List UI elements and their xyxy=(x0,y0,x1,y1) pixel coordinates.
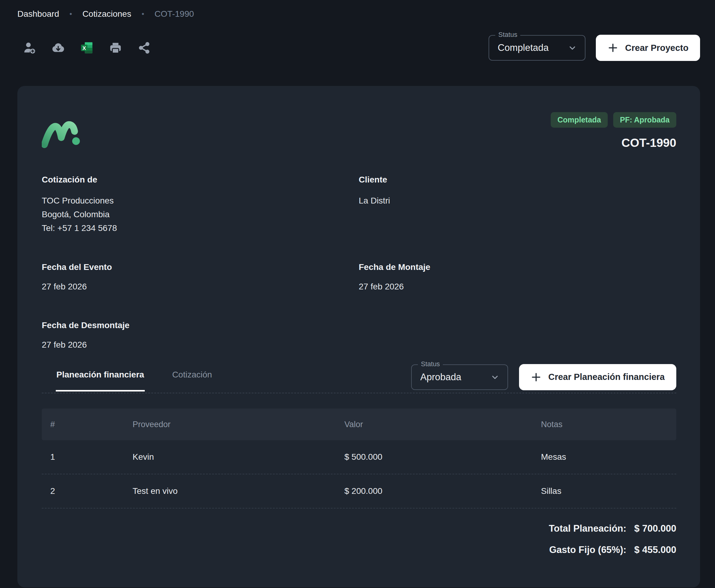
tab-cotizacion[interactable]: Cotización xyxy=(171,362,213,392)
tabs: Planeación financiera Cotización xyxy=(56,362,213,392)
excel-icon: X xyxy=(80,41,94,55)
create-project-label: Crear Proyecto xyxy=(625,43,689,53)
status-badge-completada: Completada xyxy=(551,112,608,128)
col-header-num: # xyxy=(50,420,132,429)
financial-table: # Proveedor Valor Notas 1 Kevin $ 500.00… xyxy=(42,408,676,508)
chevron-down-icon xyxy=(490,373,499,382)
table-row[interactable]: 1 Kevin $ 500.000 Mesas xyxy=(42,440,676,474)
chevron-down-icon xyxy=(568,43,577,52)
gasto-fijo: Gasto Fijo (65%):$ 455.000 xyxy=(549,544,676,555)
tabs-row: Planeación financiera Cotización Status … xyxy=(42,362,676,392)
col-header-notas: Notas xyxy=(541,420,676,429)
status-select-value: Completada xyxy=(498,42,549,53)
pf-controls: Status Aprobada Crear Planeación financi… xyxy=(411,364,676,390)
quote-code: COT-1990 xyxy=(621,136,676,150)
quote-from-block: Cotización de TOC Producciones Bogotá, C… xyxy=(42,175,359,235)
share-button[interactable] xyxy=(136,40,152,56)
breadcrumb-separator-icon: • xyxy=(69,10,72,18)
event-date-block: Fecha del Evento 27 feb 2026 xyxy=(42,262,359,292)
doc-meta: Completada PF: Aprobada COT-1990 xyxy=(551,112,676,150)
card-top: Completada PF: Aprobada COT-1990 xyxy=(42,112,676,150)
row-valor: $ 500.000 xyxy=(344,452,541,462)
quote-from-city: Bogotá, Colombia xyxy=(42,208,359,221)
setup-date-value: 27 feb 2026 xyxy=(359,282,676,292)
tab-planeacion-financiera[interactable]: Planeación financiera xyxy=(56,362,145,392)
page-header: Dashboard • Cotizaciones • COT-1990 xyxy=(0,0,715,61)
row-proveedor: Kevin xyxy=(132,452,344,462)
quote-from-phone: Tel: +57 1 234 5678 xyxy=(42,221,359,235)
breadcrumb-cotizaciones[interactable]: Cotizaciones xyxy=(82,9,131,19)
quote-status-select[interactable]: Status Completada xyxy=(489,35,586,61)
total-planeacion-value: $ 700.000 xyxy=(634,523,676,534)
pf-status-value: Aprobada xyxy=(420,372,461,383)
pf-status-select[interactable]: Status Aprobada xyxy=(411,364,508,390)
row-num: 1 xyxy=(50,452,132,462)
total-planeacion-label: Total Planeación: xyxy=(549,523,626,534)
svg-text:X: X xyxy=(83,45,86,51)
quote-card: Completada PF: Aprobada COT-1990 Cotizac… xyxy=(17,86,700,587)
add-user-button[interactable] xyxy=(22,40,38,56)
download-button[interactable] xyxy=(50,40,66,56)
row-num: 2 xyxy=(50,486,132,496)
gasto-fijo-value: $ 455.000 xyxy=(634,544,676,555)
add-user-icon xyxy=(23,41,37,55)
tabs-divider xyxy=(42,393,676,393)
event-date-value: 27 feb 2026 xyxy=(42,282,359,292)
toolbar-icons: X xyxy=(22,40,152,56)
row-proveedor: Test en vivo xyxy=(132,486,344,496)
row-valor: $ 200.000 xyxy=(344,486,541,496)
pf-status-label: Status xyxy=(418,360,443,368)
col-header-proveedor: Proveedor xyxy=(132,420,344,429)
create-pf-label: Crear Planeación financiera xyxy=(548,372,665,382)
client-title: Cliente xyxy=(359,175,676,185)
status-badge-pf-aprobada: PF: Aprobada xyxy=(613,112,676,128)
plus-icon xyxy=(531,372,542,383)
teardown-date-block: Fecha de Desmontaje 27 feb 2026 xyxy=(42,320,359,350)
client-block: Cliente La Distri xyxy=(359,175,676,235)
quote-from-title: Cotización de xyxy=(42,175,359,185)
create-pf-button[interactable]: Crear Planeación financiera xyxy=(519,364,676,390)
breadcrumb-current: COT-1990 xyxy=(155,9,194,19)
table-header: # Proveedor Valor Notas xyxy=(42,408,676,440)
share-icon xyxy=(137,41,151,55)
total-planeacion: Total Planeación:$ 700.000 xyxy=(549,523,676,534)
printer-icon xyxy=(108,41,123,55)
client-name: La Distri xyxy=(359,194,676,208)
setup-date-label: Fecha de Montaje xyxy=(359,262,676,272)
plus-icon xyxy=(608,42,618,53)
col-header-valor: Valor xyxy=(344,420,541,429)
teardown-date-value: 27 feb 2026 xyxy=(42,340,359,350)
teardown-date-label: Fecha de Desmontaje xyxy=(42,320,359,330)
export-excel-button[interactable]: X xyxy=(79,40,95,56)
print-button[interactable] xyxy=(107,40,123,56)
row-notas: Sillas xyxy=(541,486,676,496)
status-select-label: Status xyxy=(495,31,520,39)
toolbar: X Status xyxy=(17,35,700,61)
breadcrumb-separator-icon: • xyxy=(142,10,144,18)
toolbar-right: Status Completada Crear Proyecto xyxy=(489,35,700,61)
dates-section: Fecha del Evento 27 feb 2026 Fecha de Mo… xyxy=(42,262,676,350)
setup-date-block: Fecha de Montaje 27 feb 2026 xyxy=(359,262,676,292)
breadcrumb-dashboard[interactable]: Dashboard xyxy=(17,9,59,19)
gasto-fijo-label: Gasto Fijo (65%): xyxy=(549,544,626,555)
parties-section: Cotización de TOC Producciones Bogotá, C… xyxy=(42,175,676,235)
cloud-download-icon xyxy=(51,41,65,55)
create-project-button[interactable]: Crear Proyecto xyxy=(596,35,700,61)
event-date-label: Fecha del Evento xyxy=(42,262,359,272)
totals-section: Total Planeación:$ 700.000 Gasto Fijo (6… xyxy=(42,523,676,555)
breadcrumb: Dashboard • Cotizaciones • COT-1990 xyxy=(17,9,700,19)
quote-from-company: TOC Producciones xyxy=(42,194,359,208)
company-logo xyxy=(42,118,80,150)
table-row[interactable]: 2 Test en vivo $ 200.000 Sillas xyxy=(42,474,676,508)
row-notas: Mesas xyxy=(541,452,676,462)
logo-icon xyxy=(42,118,80,149)
status-badges: Completada PF: Aprobada xyxy=(551,112,676,128)
